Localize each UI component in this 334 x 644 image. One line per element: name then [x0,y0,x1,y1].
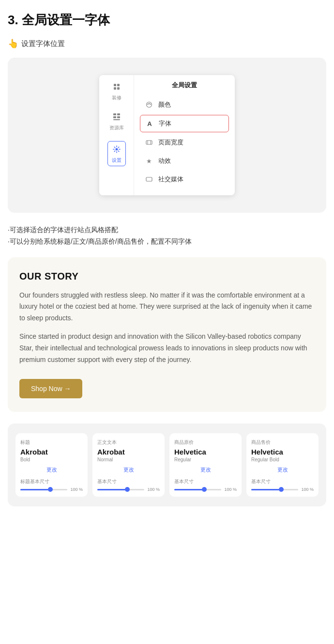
slider-pct-1: 100 % [147,487,160,492]
slider-fill-1 [97,489,125,490]
slider-thumb-2[interactable] [202,487,207,492]
font-weight-0: Bold [20,457,83,462]
social-icon [145,175,153,184]
slider-row-3: 100 % [251,487,314,492]
font-size-label-3: 基本尺寸 [251,478,314,485]
story-paragraph-1: Our founders struggled with restless sle… [19,290,315,324]
font-change-0[interactable]: 更改 [20,466,83,473]
resources-icon [111,111,122,123]
sidebar-item-decorate[interactable]: 装修 [111,81,122,101]
menu-item-social[interactable]: 社交媒体 [140,171,229,188]
font-size-label-2: 基本尺寸 [174,478,237,485]
main-panel: 全局设置 颜色 A 字体 [134,75,235,195]
svg-point-10 [147,102,152,108]
svg-rect-14 [146,141,152,144]
resources-label: 资源库 [109,125,124,131]
font-change-1[interactable]: 更改 [97,466,160,473]
ui-panel: 装修 资源库 [99,75,235,195]
font-section: 标题 Akrobat Bold 更改 标题基本尺寸 100 % 正文文本 Akr… [8,424,326,506]
settings-icon [111,143,122,155]
slider-track-2[interactable] [174,489,221,490]
story-card: OUR STORY Our founders struggled with re… [8,257,326,412]
color-icon [145,100,153,109]
svg-rect-6 [113,116,116,118]
settings-label: 设置 [112,157,121,164]
font-weight-1: Normal [97,457,160,462]
story-title: OUR STORY [19,271,315,282]
story-paragraph-2: Since started in product design and inno… [19,331,315,365]
desc-line-2: ·可以分别给系统标题/正文/商品原价/商品售价，配置不同字体 [8,236,326,248]
font-card-body: 正文文本 Akrobat Normal 更改 基本尺寸 100 % [92,433,165,497]
font-change-3[interactable]: 更改 [251,466,314,473]
svg-rect-1 [117,84,120,86]
panel-title: 全局设置 [140,81,229,90]
font-weight-2: Regular [174,457,237,462]
font-category-2: 商品原价 [174,439,237,446]
font-card-original-price: 商品原价 Helvetica Regular 更改 基本尺寸 100 % [169,433,242,497]
bullet-text: 设置字体位置 [21,39,65,48]
slider-track-0[interactable] [20,489,67,490]
font-label: 字体 [159,119,171,128]
slider-pct-3: 100 % [301,487,314,492]
font-name-3: Helvetica [251,448,314,456]
desc-block: ·可选择适合的字体进行站点风格搭配 ·可以分别给系统标题/正文/商品原价/商品售… [8,224,326,248]
svg-point-12 [149,103,150,104]
bullet-icon: 👆 [8,38,18,49]
font-icon: A [145,119,154,128]
animation-label: 动效 [158,157,171,165]
slider-thumb-3[interactable] [279,487,284,492]
decorate-icon [111,81,122,93]
slider-fill-3 [251,489,279,490]
menu-item-animation[interactable]: ★ 动效 [140,153,229,169]
sidebar-item-settings[interactable]: 设置 [107,141,126,166]
svg-point-13 [150,104,151,105]
svg-rect-4 [113,113,116,115]
slider-track-3[interactable] [251,489,298,490]
svg-point-11 [147,104,148,105]
font-weight-3: Regular Bold [251,457,314,462]
shop-now-button[interactable]: Shop Now → [19,379,82,398]
font-card-headline: 标题 Akrobat Bold 更改 标题基本尺寸 100 % [15,433,88,497]
slider-pct-2: 100 % [224,487,237,492]
font-name-2: Helvetica [174,448,237,456]
font-category-1: 正文文本 [97,439,160,446]
menu-item-color[interactable]: 颜色 [140,96,229,113]
svg-rect-17 [146,177,152,181]
font-name-1: Akrobat [97,448,160,456]
font-cards-row: 标题 Akrobat Bold 更改 标题基本尺寸 100 % 正文文本 Akr… [15,433,319,497]
slider-pct-0: 100 % [70,487,83,492]
font-size-label-1: 基本尺寸 [97,478,160,485]
desc-line-1: ·可选择适合的字体进行站点风格搭配 [8,224,326,236]
font-category-0: 标题 [20,439,83,446]
page-width-label: 页面宽度 [158,138,183,147]
font-card-sale-price: 商品售价 Helvetica Regular Bold 更改 基本尺寸 100 … [246,433,319,497]
menu-item-page-width[interactable]: 页面宽度 [140,134,229,151]
slider-track-1[interactable] [97,489,144,490]
slider-fill-2 [174,489,202,490]
slider-thumb-0[interactable] [48,487,53,492]
svg-rect-2 [114,87,116,90]
page-width-icon [145,138,153,147]
svg-rect-0 [114,84,116,86]
svg-rect-5 [117,113,120,115]
menu-item-font[interactable]: A 字体 [140,115,229,132]
slider-row-0: 100 % [20,487,83,492]
animation-icon: ★ [145,157,153,165]
font-name-0: Akrobat [20,448,83,456]
social-label: 社交媒体 [158,175,183,184]
svg-point-9 [115,148,118,151]
sidebar-panel: 装修 资源库 [99,75,134,195]
font-size-label-0: 标题基本尺寸 [20,478,83,485]
font-category-3: 商品售价 [251,439,314,446]
svg-rect-8 [113,119,120,120]
slider-fill-0 [20,489,48,490]
slider-thumb-1[interactable] [125,487,130,492]
slider-row-1: 100 % [97,487,160,492]
font-change-2[interactable]: 更改 [174,466,237,473]
svg-rect-7 [117,116,120,118]
sidebar-item-resources[interactable]: 资源库 [109,111,124,131]
bullet-font-location: 👆 设置字体位置 [8,38,326,49]
slider-row-2: 100 % [174,487,237,492]
section-title: 3. 全局设置一字体 [8,12,326,29]
decorate-label: 装修 [112,94,121,101]
